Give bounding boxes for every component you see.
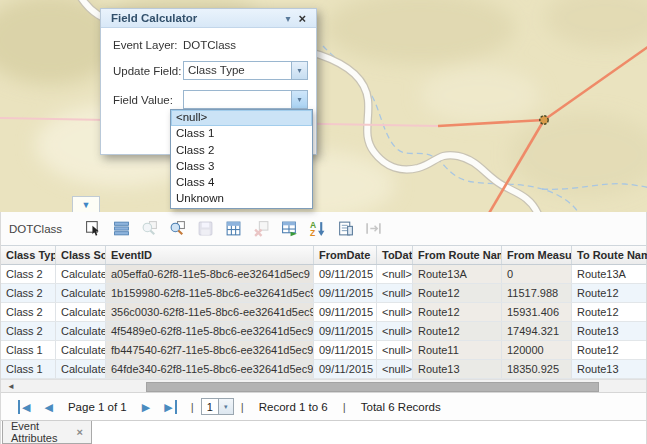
chevron-down-icon[interactable]: ▾: [291, 91, 307, 108]
tab-label: Event Attributes: [11, 420, 71, 444]
field-value-option[interactable]: Class 2: [171, 143, 312, 159]
table-cell: 0: [502, 265, 572, 283]
dialog-titlebar[interactable]: Field Calculator ▾ ×: [101, 9, 316, 28]
event-layer-value: DOTClass: [183, 39, 236, 51]
save-icon[interactable]: [194, 220, 216, 238]
table-cell: 18350.925: [502, 360, 572, 378]
scrollbar-thumb[interactable]: [146, 382, 599, 392]
table-cell: Calculated: [56, 341, 106, 359]
table-cell: <null>: [377, 284, 413, 302]
table-cell: 17494.321: [502, 322, 572, 340]
sort-icon[interactable]: AZ: [306, 220, 328, 238]
previous-page-button[interactable]: ◀: [44, 400, 52, 414]
table-row[interactable]: Class 2Calculated4f5489e0-62f8-11e5-8bc6…: [1, 322, 646, 341]
scroll-left-icon[interactable]: ◄: [7, 381, 15, 393]
dialog-collapse-icon[interactable]: ▾: [281, 10, 294, 27]
layer-name-label: DOTClass: [9, 223, 62, 235]
pan-to-selected-icon[interactable]: [166, 220, 188, 238]
table-cell: fb447540-62f7-11e5-8bc6-ee32641d5ec9: [106, 341, 314, 359]
page-label: Page 1 of 1: [68, 401, 127, 413]
select-features-icon[interactable]: [82, 220, 104, 238]
table-cell: 09/11/2015: [314, 265, 377, 283]
table-row[interactable]: Class 2Calculated356c0030-62f8-11e5-8bc6…: [1, 303, 646, 322]
field-value-option-list: <null>Class 1Class 2Class 3Class 4Unknow…: [170, 109, 313, 209]
tab-event-attributes[interactable]: Event Attributes ×: [2, 421, 92, 444]
table-cell: <null>: [377, 322, 413, 340]
table-cell: Route12: [413, 303, 502, 321]
table-row[interactable]: Class 1Calculated64fde340-62f8-11e5-8bc6…: [1, 360, 646, 379]
show-selected-records-icon[interactable]: [110, 220, 132, 238]
field-calculator-icon[interactable]: [222, 220, 244, 238]
update-field-value: Class Type: [184, 62, 291, 79]
table-cell: 356c0030-62f8-11e5-8bc6-ee32641d5ec9: [106, 303, 314, 321]
chevron-down-icon[interactable]: ▾: [219, 398, 234, 415]
table-cell: Class 2: [1, 265, 56, 283]
table-row[interactable]: Class 1Calculatedfb447540-62f7-11e5-8bc6…: [1, 341, 646, 360]
last-page-button[interactable]: ▶: [164, 400, 176, 414]
field-value-option[interactable]: Class 4: [171, 175, 312, 191]
separator: |: [191, 401, 194, 413]
table-cell: 09/11/2015: [314, 360, 377, 378]
table-cell: Route13: [572, 360, 647, 378]
table-cell: Class 2: [1, 284, 56, 302]
column-header[interactable]: Class Source: [56, 246, 106, 264]
horizontal-scrollbar[interactable]: ◄: [1, 379, 646, 393]
field-value-option[interactable]: Class 3: [171, 159, 312, 175]
table-cell: 09/11/2015: [314, 322, 377, 340]
map-canvas: [0, 0, 647, 212]
update-field-select[interactable]: Class Type ▾: [183, 61, 308, 80]
event-layer-label: Event Layer:: [113, 39, 183, 51]
delete-selected-icon[interactable]: [250, 220, 272, 238]
column-header[interactable]: EventID: [106, 246, 314, 264]
update-field-label: Update Field:: [113, 65, 183, 77]
table-cell: 15931.406: [502, 303, 572, 321]
table-cell: Class 2: [1, 303, 56, 321]
append-data-icon[interactable]: [278, 220, 300, 238]
table-cell: 09/11/2015: [314, 284, 377, 302]
route-junction-marker[interactable]: [540, 116, 548, 124]
column-header[interactable]: FromDate: [314, 246, 377, 264]
application-window: ▼ Field Calculator ▾ × Event Layer: DOTC…: [0, 0, 647, 444]
column-header[interactable]: From Route Name: [413, 246, 502, 264]
chevron-down-icon[interactable]: ▾: [291, 62, 307, 79]
record-range-label: Record 1 to 6: [259, 401, 328, 413]
edit-attributes-icon[interactable]: [334, 220, 356, 238]
table-toolbar: DOTClass: [1, 212, 646, 245]
table-cell: Class 1: [1, 341, 56, 359]
table-cell: Route12: [572, 303, 647, 321]
table-cell: Calculated: [56, 360, 106, 378]
dialog-title: Field Calculator: [111, 12, 281, 24]
pagination-bar: ◀ ◀ Page 1 of 1 ▶ ▶ | 1 ▾ | Record 1 to …: [1, 393, 646, 420]
table-cell: 4f5489e0-62f8-11e5-8bc6-ee32641d5ec9: [106, 322, 314, 340]
table-cell: 1b159980-62f8-11e5-8bc6-ee32641d5ec9: [106, 284, 314, 302]
column-header[interactable]: ToDate: [377, 246, 413, 264]
map-view[interactable]: ▼: [0, 0, 647, 212]
column-header[interactable]: From Measure: [502, 246, 572, 264]
zoom-to-selected-icon[interactable]: [138, 220, 160, 238]
table-cell: 09/11/2015: [314, 341, 377, 359]
page-number-select[interactable]: 1 ▾: [201, 398, 234, 415]
attribute-table: Class TypeClass SourceEventIDFromDateToD…: [1, 245, 646, 379]
table-cell: Route12: [572, 341, 647, 359]
table-cell: Route13: [413, 360, 502, 378]
first-page-button[interactable]: ◀: [18, 400, 30, 414]
table-cell: Class 2: [1, 322, 56, 340]
table-row[interactable]: Class 2Calculateda05effa0-62f8-11e5-8bc6…: [1, 265, 646, 284]
column-header[interactable]: To Route Name: [572, 246, 647, 264]
table-cell: Calculated: [56, 265, 106, 283]
close-icon[interactable]: ×: [71, 426, 83, 438]
table-row[interactable]: Class 2Calculated1b159980-62f8-11e5-8bc6…: [1, 284, 646, 303]
field-value-option[interactable]: <null>: [171, 110, 312, 126]
update-field-row: Update Field: Class Type ▾: [113, 61, 308, 80]
dialog-close-icon[interactable]: ×: [294, 10, 310, 27]
fit-columns-icon[interactable]: [362, 220, 384, 238]
panel-collapse-handle[interactable]: ▼: [72, 196, 100, 212]
next-page-button[interactable]: ▶: [142, 400, 150, 414]
event-layer-row: Event Layer: DOTClass: [113, 39, 308, 51]
table-cell: Calculated: [56, 284, 106, 302]
field-value-option[interactable]: Class 1: [171, 126, 312, 142]
field-value-select[interactable]: ▾: [183, 90, 308, 109]
table-cell: 09/11/2015: [314, 303, 377, 321]
field-value-option[interactable]: Unknown: [171, 191, 312, 207]
column-header[interactable]: Class Type: [1, 246, 56, 264]
